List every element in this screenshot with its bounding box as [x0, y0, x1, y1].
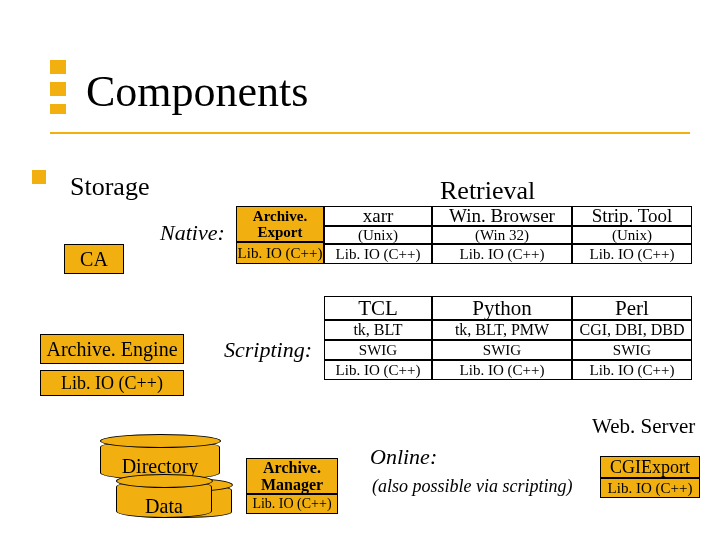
retrieval-platform-2: (Win 32) — [432, 226, 572, 244]
cgi-export-box: CGIExport — [600, 456, 700, 478]
retrieval-lib-3: Lib. IO (C++) — [572, 244, 692, 264]
retrieval-tool-1: xarr — [324, 206, 432, 226]
libio-archive-export-box: Lib. IO (C++) — [236, 242, 324, 264]
data-cylinder: Data — [116, 480, 212, 518]
archive-engine-box: Archive. Engine — [40, 334, 184, 364]
archive-export-box: Archive. Export — [236, 206, 324, 242]
libio-storage-box: Lib. IO (C++) — [40, 370, 184, 396]
libio-archive-manager-box: Lib. IO (C++) — [246, 494, 338, 514]
scripting-swig-3: SWIG — [572, 340, 692, 360]
native-label-text: Native: — [160, 220, 225, 245]
title-accent-icon — [50, 60, 66, 114]
scripting-tk-3: CGI, DBI, DBD — [572, 320, 692, 340]
scripting-lang-2: Python — [432, 296, 572, 320]
retrieval-lib-2: Lib. IO (C++) — [432, 244, 572, 264]
scripting-tk-1: tk, BLT — [324, 320, 432, 340]
native-label: Native: — [160, 220, 225, 246]
data-label: Data — [117, 495, 211, 518]
retrieval-heading: Retrieval — [440, 176, 535, 206]
scripting-swig-1: SWIG — [324, 340, 432, 360]
scripting-swig-2: SWIG — [432, 340, 572, 360]
scripting-lib-1: Lib. IO (C++) — [324, 360, 432, 380]
webserver-label: Web. Server — [592, 414, 695, 439]
bullet-icon — [32, 170, 46, 184]
scripting-lib-2: Lib. IO (C++) — [432, 360, 572, 380]
online-label: Online: — [370, 444, 437, 470]
slide-title-row: Components — [50, 60, 308, 114]
storage-heading: Storage — [70, 172, 149, 202]
scripting-lang-3: Perl — [572, 296, 692, 320]
slide-title: Components — [86, 70, 308, 114]
archive-manager-box: Archive. Manager — [246, 458, 338, 494]
retrieval-tool-2: Win. Browser — [432, 206, 572, 226]
ca-box: CA — [64, 244, 124, 274]
scripting-lib-3: Lib. IO (C++) — [572, 360, 692, 380]
scripting-tk-2: tk, BLT, PMW — [432, 320, 572, 340]
scripting-label: Scripting: — [224, 337, 312, 363]
retrieval-lib-1: Lib. IO (C++) — [324, 244, 432, 264]
title-rule — [50, 132, 690, 134]
retrieval-tool-3: Strip. Tool — [572, 206, 692, 226]
retrieval-platform-1: (Unix) — [324, 226, 432, 244]
online-note: (also possible via scripting) — [372, 476, 573, 497]
libio-cgi-box: Lib. IO (C++) — [600, 478, 700, 498]
scripting-lang-1: TCL — [324, 296, 432, 320]
retrieval-platform-3: (Unix) — [572, 226, 692, 244]
